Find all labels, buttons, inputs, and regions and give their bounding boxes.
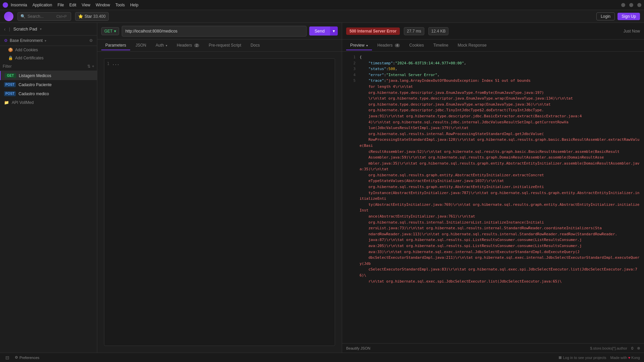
resp-line-5ab: cSelectExecutorStandardImpl.java:83)\r\n…: [346, 266, 640, 278]
method-select[interactable]: GET ▾: [101, 27, 119, 35]
resp-tab-preview[interactable]: Preview ▾: [346, 41, 372, 50]
folder-name-api-vollmed: API VollMed: [12, 100, 34, 105]
made-with-text: Made with ♥ Kong: [610, 356, 640, 360]
method-badge-get: GET: [5, 73, 16, 78]
footer-dot-indicator: [637, 347, 640, 350]
sidebar-toggle-icon[interactable]: ⊟: [4, 354, 11, 361]
menu-window[interactable]: Window: [96, 3, 110, 7]
tab-json[interactable]: JSON: [131, 41, 150, 50]
resp-line-5y: ava:205)\r\n\tat org.hibernate.sql.resul…: [346, 243, 640, 249]
star-icon: ⭐: [78, 14, 83, 19]
login-button[interactable]: Login: [596, 12, 615, 20]
tab-docs[interactable]: Docs: [247, 41, 264, 50]
resp-line-5p: eTypeStateValues(AbstractEntityInitializ…: [346, 178, 640, 184]
method-badge-post-1: POST: [4, 82, 16, 87]
close-btn[interactable]: [637, 3, 641, 7]
send-btn-group: Send ▾: [309, 26, 338, 36]
request-body-area: 1 ...: [97, 52, 342, 353]
titlebar-menu: Application File Edit View Window Tools …: [33, 3, 139, 7]
add-certificates-item[interactable]: 🔒 Add Certificates: [0, 54, 97, 62]
signup-button[interactable]: Sign Up: [618, 13, 640, 20]
resp-tab-timeline[interactable]: Timeline: [429, 41, 452, 50]
login-info-text[interactable]: Log in to see your projects: [563, 356, 606, 360]
menubar: 🔍 Ctrl+P ⭐ Star 33.400 Login Sign Up: [0, 10, 644, 23]
env-section: ⚙ Base Environment ▾ ⚙: [0, 36, 97, 46]
sidebar-item-listagem-medicos[interactable]: GET Listagem Medicos: [0, 71, 97, 80]
search-input[interactable]: [28, 14, 54, 19]
url-input[interactable]: [122, 26, 307, 37]
tab-auth[interactable]: Auth ▾: [152, 41, 171, 50]
send-button[interactable]: Send: [309, 26, 330, 36]
resp-line-5: 5 "trace": "java.lang.ArrayIndexOutOfBou…: [346, 78, 640, 84]
cookies-label: Add Cookies: [15, 48, 38, 52]
resp-line-3: 3 "status": 500,: [346, 66, 640, 72]
maximize-btn[interactable]: [629, 3, 633, 7]
gear-icon[interactable]: ⚙: [89, 38, 93, 43]
menu-view[interactable]: View: [82, 3, 90, 7]
resp-line-5d: \r\n\tat org.hibernate.type.descriptor.j…: [346, 96, 640, 102]
resp-tab-headers[interactable]: Headers 4: [373, 41, 404, 50]
resp-line-5i: lue(JdbcValuesResultSetImpl.java:379)\r\…: [346, 125, 640, 131]
sidebar-item-cadastro-medico[interactable]: POST Cadastro medico: [0, 89, 97, 98]
beautify-button[interactable]: Beautify JSON: [346, 346, 370, 350]
resp-line-5x: java:87)\r\n\tat org.hibernate.sql.resul…: [346, 237, 640, 243]
method-badge-post-2: POST: [4, 91, 16, 96]
add-icon[interactable]: +: [92, 64, 94, 69]
resp-line-5j: org.hibernate.sql.results.internal.RowPr…: [346, 131, 640, 137]
star-count: 33.400: [93, 14, 106, 19]
menu-file[interactable]: File: [57, 3, 64, 7]
chevron-down-icon[interactable]: ▾: [40, 27, 42, 31]
preferences-button[interactable]: ⚙ Preferences: [15, 355, 39, 360]
resp-line-5v: zersList.java:73)\r\n\tat org.hibernate.…: [346, 225, 640, 231]
divider: |: [9, 27, 10, 32]
env-icon: ⚙: [4, 38, 8, 43]
resp-line-5g: java:91)\r\n\tat org.hibernate.type.desc…: [346, 113, 640, 119]
filter-icons: ⇅ +: [87, 64, 94, 69]
search-icon: 🔍: [20, 14, 25, 19]
resp-line-1: 1 {: [346, 54, 640, 60]
menu-tools[interactable]: Tools: [115, 3, 125, 7]
add-cookies-item[interactable]: 🍪 Add Cookies: [0, 46, 97, 54]
resp-line-5aa: dbcSelectExecutorStandardImpl.java:211)\…: [346, 255, 640, 266]
env-chevron-icon: ▾: [45, 39, 46, 43]
search-shortcut: Ctrl+P: [56, 14, 67, 18]
sidebar-item-cadastro-paciente[interactable]: POST Cadastro Paciente: [0, 80, 97, 89]
status-badge: 500 Internal Server Error: [346, 27, 400, 35]
tab-parameters[interactable]: Parameters: [101, 41, 130, 50]
resp-line-5r: tyInstance(AbstractEntityInitializer.jav…: [346, 190, 640, 202]
response-body[interactable]: 1 { 2 "timestamp": "2024-06-03T19:14:44.…: [342, 52, 644, 343]
footer-path: $.store.books[*].author: [590, 346, 627, 350]
filter-input[interactable]: [3, 64, 86, 69]
resp-tab-cookies[interactable]: Cookies: [405, 41, 428, 50]
response-size: 12.4 KB: [428, 27, 449, 35]
tab-pre-request-script[interactable]: Pre-request Script: [205, 41, 245, 50]
resp-line-2: 2 "timestamp": "2024-06-03T19:14:44.977+…: [346, 60, 640, 66]
tab-headers[interactable]: Headers 2: [173, 41, 203, 50]
resp-line-5l: cResultAssembler.java:52)\r\n\tat org.hi…: [346, 149, 640, 155]
main-layout: ‹ | Scratch Pad ▾ ⚙ Base Environment ▾ ⚙…: [0, 23, 644, 353]
search-box[interactable]: 🔍 Ctrl+P: [17, 12, 71, 21]
resp-tab-mock-response[interactable]: Mock Response: [454, 41, 491, 50]
response-header: 500 Internal Server Error 27.7 ms 12.4 K…: [342, 23, 644, 40]
minimize-btn[interactable]: [621, 3, 625, 7]
resp-line-5z: ava:33)\r\n\tat org.hibernate.sql.exec.i…: [346, 249, 640, 255]
send-dropdown-button[interactable]: ▾: [330, 26, 338, 36]
app-logo: [4, 12, 13, 21]
star-button[interactable]: ⭐ Star 33.400: [75, 12, 109, 21]
menu-help[interactable]: Help: [130, 3, 139, 7]
sort-icon[interactable]: ⇅: [87, 64, 91, 69]
env-label[interactable]: Base Environment: [10, 38, 43, 43]
sidebar-folder-api-vollmed[interactable]: 📁 API VollMed: [0, 98, 97, 107]
window-controls: [621, 3, 641, 7]
resp-line-4: 4 "error": "Internal Server Error",: [346, 72, 640, 78]
line-number-1: 1: [107, 61, 109, 66]
menu-edit[interactable]: Edit: [69, 3, 76, 7]
back-arrow-icon[interactable]: ‹: [4, 26, 6, 32]
login-dot-icon: [559, 356, 561, 359]
body-line-1: 1 ...: [107, 61, 332, 66]
method-chevron-icon: ▾: [114, 29, 116, 34]
body-content-1: ...: [112, 61, 119, 66]
item-name-cadastro-paciente: Cadastro Paciente: [18, 82, 52, 87]
menu-application[interactable]: Application: [33, 3, 52, 7]
resp-line-5ac: r\n\tat org.hibernate.sql.exec.spi.JdbcS…: [346, 279, 640, 285]
